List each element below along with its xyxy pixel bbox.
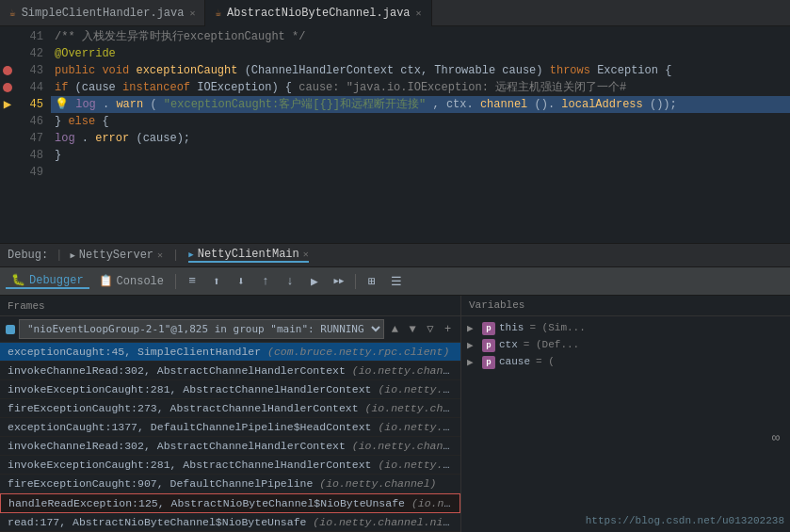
debug-close-1[interactable]: ✕ — [157, 250, 163, 261]
tab-bar: ☕ SimpleClientHandler.java ✕ ☕ AbstractN… — [0, 0, 790, 26]
frames-btn[interactable]: ≡ — [182, 271, 202, 292]
list-btn[interactable]: ☰ — [386, 271, 407, 292]
toolbar-sep-1 — [175, 274, 176, 289]
variables-title: Variables — [469, 299, 524, 311]
var-row-cause: ▶ p cause = ( — [461, 354, 790, 371]
frames-header: Frames — [0, 296, 460, 316]
breakpoint-44[interactable] — [3, 83, 12, 92]
gutter-line-42 — [0, 45, 15, 62]
code-line-49 — [51, 164, 790, 181]
toolbar-sep-2 — [355, 274, 356, 289]
stack-frame-6[interactable]: invokeExceptionCaught:281, AbstractChann… — [0, 456, 460, 475]
thread-row: "nioEventLoopGroup-2-1"@1,825 in group "… — [0, 316, 460, 343]
step-out-btn[interactable]: ↑ — [255, 271, 276, 292]
debug-tab-nettyclientmain[interactable]: ▶ NettyClientMain ✕ — [188, 248, 308, 263]
step-up-btn[interactable]: ⬆ — [206, 271, 227, 292]
code-line-41: /** 入栈发生异常时执行exceptionCaught */ — [51, 28, 790, 45]
console-icon: 📋 — [99, 274, 113, 288]
gutter-line-43 — [0, 62, 15, 79]
tab-close-2[interactable]: ✕ — [416, 8, 422, 19]
tab-label-2: AbstractNioByteChannel.java — [227, 7, 410, 20]
line-numbers: 41 42 43 44 45 46 47 48 49 — [15, 26, 51, 243]
var-value-cause: = ( — [536, 356, 555, 367]
var-expand-this[interactable]: ▶ — [467, 322, 478, 334]
debug-close-2[interactable]: ✕ — [303, 249, 309, 260]
var-name-ctx: ctx — [499, 339, 518, 350]
thread-indicator — [6, 325, 15, 334]
stack-frame-4[interactable]: exceptionCaught:1377, DefaultChannelPipe… — [0, 418, 460, 437]
debug-session-icon-1: ▶ — [70, 250, 74, 261]
stack-frame-9[interactable]: read:177, AbstractNioByteChannel$NioByte… — [0, 513, 460, 532]
variables-panel: Variables ▶ p this = (Sim... ▶ p ctx = (… — [461, 296, 790, 532]
force-btn[interactable]: ▶▶ — [329, 271, 349, 292]
stack-frame-7[interactable]: fireExceptionCaught:907, DefaultChannelP… — [0, 475, 460, 493]
code-line-42: @Override — [51, 45, 790, 62]
debugger-label: Debugger — [29, 274, 84, 287]
var-value-ctx: = (Def... — [524, 339, 579, 350]
thread-filter-btn[interactable]: ▽ — [424, 321, 438, 338]
java-icon-2: ☕ — [215, 7, 221, 19]
breakpoint-43[interactable] — [3, 66, 12, 75]
debug-session-label-2: NettyClientMain — [198, 248, 299, 261]
thread-select[interactable]: "nioEventLoopGroup-2-1"@1,825 in group "… — [19, 319, 384, 339]
debug-sep-1: | — [56, 249, 62, 262]
gutter-line-48 — [0, 147, 15, 164]
code-line-44: if (cause instanceof IOException) { caus… — [51, 79, 790, 96]
code-line-47: log . error (cause); — [51, 130, 790, 147]
debug-label: Debug: — [8, 249, 48, 262]
gutter-line-41 — [0, 28, 15, 45]
toolbar: 🐛 Debugger 📋 Console ≡ ⬆ ⬇ ↑ ↓ ▶ ▶▶ ⊞ ☰ — [0, 267, 790, 296]
stack-frame-3[interactable]: fireExceptionCaught:273, AbstractChannel… — [0, 399, 460, 418]
step-in-btn[interactable]: ↓ — [280, 271, 300, 292]
stack-frame-8[interactable]: handleReadException:125, AbstractNioByte… — [0, 493, 460, 513]
stack-frame-1[interactable]: invokeChannelRead:302, AbstractChannelHa… — [0, 362, 460, 380]
stack-frame-0[interactable]: exceptionCaught:45, SimpleClientHandler … — [0, 343, 460, 362]
tab-console[interactable]: 📋 Console — [93, 274, 169, 288]
debug-icon-2: ▶ — [188, 250, 193, 260]
gutter-line-47 — [0, 130, 15, 147]
var-name-cause: cause — [499, 356, 530, 367]
var-icon-this: p — [482, 322, 495, 335]
var-expand-ctx[interactable]: ▶ — [467, 339, 478, 351]
debugger-icon: 🐛 — [11, 273, 25, 287]
watermark: https://blog.csdn.net/u013202238 — [586, 515, 784, 526]
frames-panel: Frames "nioEventLoopGroup-2-1"@1,825 in … — [0, 296, 461, 532]
thread-down-btn[interactable]: ▼ — [406, 321, 420, 338]
debug-sep-2: | — [172, 249, 179, 262]
tab-label-1: SimpleClientHandler.java — [22, 7, 185, 20]
run-btn[interactable]: ▶ — [304, 271, 325, 292]
code-line-45: 💡 log . warn ( "exceptionCaught:客户端[{}]和… — [51, 96, 790, 113]
frames-title: Frames — [8, 300, 45, 312]
var-expand-cause[interactable]: ▶ — [467, 356, 478, 368]
debug-session-label-1: NettyServer — [79, 249, 153, 262]
debug-main: Frames "nioEventLoopGroup-2-1"@1,825 in … — [0, 296, 790, 532]
tab-simpleclienthandler[interactable]: ☕ SimpleClientHandler.java ✕ — [0, 0, 205, 26]
stack-frame-2[interactable]: invokeExceptionCaught:281, AbstractChann… — [0, 380, 460, 399]
variables-header: Variables — [461, 296, 790, 316]
debug-tab-nettyserver[interactable]: ▶ NettyServer ✕ — [70, 249, 163, 262]
infinity-button[interactable]: ∞ — [766, 427, 786, 448]
thread-up-btn[interactable]: ▲ — [388, 321, 402, 338]
stack-frame-5[interactable]: invokeChannelRead:302, AbstractChannelHa… — [0, 437, 460, 456]
debug-bar: Debug: | ▶ NettyServer ✕ | ▶ NettyClient… — [0, 243, 790, 267]
code-line-46: } else { — [51, 113, 790, 130]
gutter-line-44 — [0, 79, 15, 96]
step-down-btn[interactable]: ⬇ — [231, 271, 251, 292]
tab-debugger[interactable]: 🐛 Debugger — [6, 273, 89, 289]
variables-content: ▶ p this = (Sim... ▶ p ctx = (Def... ▶ p… — [461, 316, 790, 532]
java-icon-1: ☕ — [9, 7, 16, 19]
var-icon-ctx: p — [482, 339, 495, 352]
console-label: Console — [117, 275, 164, 288]
tab-abstractniobytechannel[interactable]: ☕ AbstractNioByteChannel.java ✕ — [205, 0, 431, 26]
var-value-this: = (Sim... — [529, 322, 585, 333]
code-area: ▶ 41 42 43 44 45 46 47 48 49 /** 入栈发生异常时… — [0, 26, 790, 243]
thread-add-btn[interactable]: + — [441, 321, 455, 338]
tab-close-1[interactable]: ✕ — [189, 8, 195, 19]
stack-frames: exceptionCaught:45, SimpleClientHandler … — [0, 343, 460, 532]
var-row-this: ▶ p this = (Sim... — [461, 320, 790, 337]
grid-btn[interactable]: ⊞ — [362, 271, 382, 292]
gutter: ▶ — [0, 26, 15, 243]
gutter-line-45: ▶ — [0, 96, 15, 113]
code-line-48: } — [51, 147, 790, 164]
code-line-43: public void exceptionCaught (ChannelHand… — [51, 62, 790, 79]
